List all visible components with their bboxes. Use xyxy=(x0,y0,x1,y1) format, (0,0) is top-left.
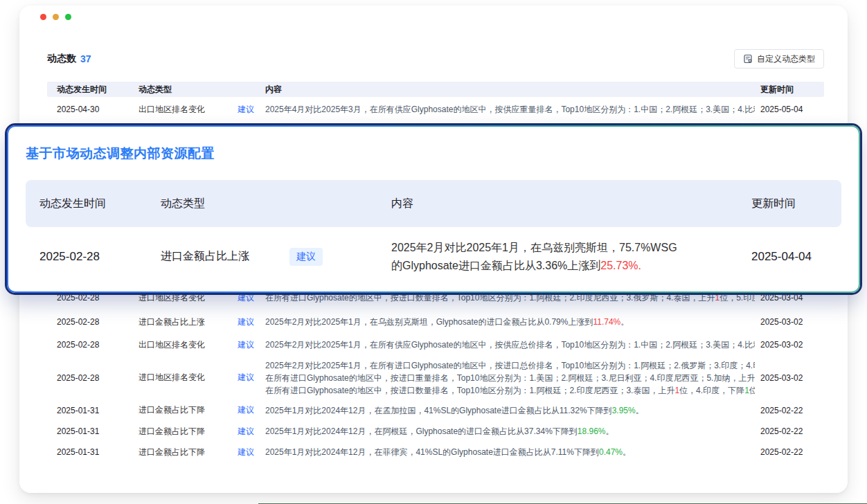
row-content: 2025年2月对比2025年1月，在所有进口Glyphosate的地区中，按进口… xyxy=(260,359,755,397)
row-type-label: 进口地区排名变化 xyxy=(138,372,205,384)
row-type: 进口地区排名变化 建议 xyxy=(135,372,260,384)
advice-link[interactable]: 建议 xyxy=(238,339,254,351)
table-row: 2025-01-31 进口金额占比下降 建议 2025年1月对比2024年12月… xyxy=(47,399,824,421)
advice-link[interactable]: 建议 xyxy=(238,292,254,304)
row-type: 进口金额占比下降 建议 xyxy=(135,447,260,458)
customize-dynamic-type-button[interactable]: 自定义动态类型 xyxy=(734,49,824,69)
row-date: 2025-02-28 xyxy=(47,373,135,383)
callout-row-updated: 2025-04-04 xyxy=(751,250,844,264)
advice-link[interactable]: 建议 xyxy=(238,372,254,384)
header-content: 内容 xyxy=(260,84,755,96)
row-content: 在所有进口Glyphosate的地区中，按进口数量排名，Top10地区分别为：1… xyxy=(260,291,755,304)
advice-link[interactable]: 建议 xyxy=(238,447,254,458)
row-updated: 2025-03-02 xyxy=(755,340,824,350)
table-row: 2025-01-31 进口金额占比下降 建议 2025年1月对比2024年12月… xyxy=(47,421,824,442)
advice-link[interactable]: 建议 xyxy=(238,404,254,416)
row-type: 进口金额占比下降 建议 xyxy=(135,404,260,416)
row-updated: 2025-02-22 xyxy=(755,447,824,457)
row-updated: 2025-02-22 xyxy=(755,426,824,436)
row-date: 2025-02-28 xyxy=(47,340,135,350)
row-updated: 2025-05-04 xyxy=(755,105,824,114)
maximize-window-button[interactable] xyxy=(65,14,71,20)
table-row: 2025-02-28 进口地区排名变化 建议 2025年2月对比2025年1月，… xyxy=(47,356,824,399)
callout-header-date: 动态发生时间 xyxy=(26,197,161,211)
row-content: 2025年2月对比2025年1月，在所有供应Glyphosate的地区中，按供应… xyxy=(260,339,755,351)
callout-row: 2025-02-28 进口金额占比上涨 建议 2025年2月对比2025年1月，… xyxy=(26,227,841,286)
row-date: 2025-02-28 xyxy=(47,293,135,303)
dynamics-count-value: 37 xyxy=(80,53,91,64)
toolbar: 动态数 37 自定义动态类型 xyxy=(47,48,824,69)
callout-title: 基于市场动态调整内部资源配置 xyxy=(26,145,841,163)
table-row: 2025-01-31 进口金额占比下降 建议 2025年1月对比2024年12月… xyxy=(47,442,824,462)
row-type: 进口金额占比上涨 建议 xyxy=(135,316,260,328)
row-type: 出口地区排名变化 建议 xyxy=(135,104,260,116)
callout-table-header: 动态发生时间 动态类型 内容 更新时间 xyxy=(26,180,841,227)
highlight-callout-inner: 基于市场动态调整内部资源配置 动态发生时间 动态类型 内容 更新时间 2025-… xyxy=(8,127,859,291)
table-header: 动态发生时间 动态类型 内容 更新时间 xyxy=(47,82,824,97)
row-content: 2025年1月对比2024年12月，在孟加拉国，41%SL的Glyphosate… xyxy=(260,404,755,417)
row-updated: 2025-03-02 xyxy=(755,373,824,383)
advice-link[interactable]: 建议 xyxy=(238,104,254,116)
row-date: 2025-01-31 xyxy=(47,406,135,415)
row-content: 2025年2月对比2025年1月，在乌兹别克斯坦，Glyphosate的进口金额… xyxy=(260,316,755,328)
row-type-label: 进口地区排名变化 xyxy=(138,292,205,304)
row-type-label: 进口金额占比上涨 xyxy=(138,316,205,328)
customize-dynamic-type-label: 自定义动态类型 xyxy=(757,53,815,65)
row-date: 2025-01-31 xyxy=(47,447,135,457)
row-updated: 2025-03-02 xyxy=(755,317,824,327)
row-type-label: 进口金额占比下降 xyxy=(138,404,205,416)
callout-header-type: 动态类型 xyxy=(161,197,391,211)
callout-advice-badge[interactable]: 建议 xyxy=(289,248,323,266)
advice-link[interactable]: 建议 xyxy=(238,426,254,438)
header-date: 动态发生时间 xyxy=(47,84,135,96)
minimize-window-button[interactable] xyxy=(53,14,59,20)
row-content: 2025年4月对比2025年3月，在所有供应Glyphosate的地区中，按供应… xyxy=(260,103,755,116)
header-updated: 更新时间 xyxy=(755,84,824,96)
table-row: 2025-04-30 出口地区排名变化 建议 2025年4月对比2025年3月，… xyxy=(47,97,824,122)
close-window-button[interactable] xyxy=(40,14,46,20)
row-type-label: 进口金额占比下降 xyxy=(138,426,205,438)
row-type-label: 进口金额占比下降 xyxy=(138,447,205,458)
row-type: 进口金额占比下降 建议 xyxy=(135,426,260,438)
row-type: 出口地区排名变化 建议 xyxy=(135,339,260,351)
row-content: 2025年1月对比2024年12月，在菲律宾，41%SL的Glyphosate进… xyxy=(260,446,755,458)
table-row: 2025-02-28 进口金额占比上涨 建议 2025年2月对比2025年1月，… xyxy=(47,310,824,334)
advice-link[interactable]: 建议 xyxy=(238,316,254,328)
table-row: 2025-02-28 出口地区排名变化 建议 2025年2月对比2025年1月，… xyxy=(47,334,824,356)
row-updated: 2025-02-22 xyxy=(755,406,824,415)
row-type-label: 出口地区排名变化 xyxy=(138,339,205,351)
row-content: 2025年1月对比2024年12月，在阿根廷，Glyphosate的进口金额占比… xyxy=(260,425,755,438)
dynamics-count-label: 动态数 xyxy=(47,53,76,65)
callout-row-date: 2025-02-28 xyxy=(26,250,161,264)
file-gear-icon xyxy=(743,54,753,64)
window-controls xyxy=(40,14,71,20)
callout-header-updated: 更新时间 xyxy=(751,197,844,211)
callout-header-content: 内容 xyxy=(391,197,751,211)
callout-row-type-label: 进口金额占比上涨 xyxy=(161,249,249,264)
callout-row-content: 2025年2月对比2025年1月，在乌兹别亮斯坦，75.7%WSG的Glypho… xyxy=(391,239,751,275)
row-updated: 2025-03-04 xyxy=(755,293,824,303)
callout-row-type: 进口金额占比上涨 建议 xyxy=(161,248,391,266)
dynamics-count: 动态数 37 xyxy=(47,53,91,65)
header-type: 动态类型 xyxy=(135,84,260,96)
row-date: 2025-01-31 xyxy=(47,426,135,436)
row-date: 2025-04-30 xyxy=(47,105,135,114)
highlight-callout-card: 基于市场动态调整内部资源配置 动态发生时间 动态类型 内容 更新时间 2025-… xyxy=(7,125,860,293)
row-type: 进口地区排名变化 建议 xyxy=(135,292,260,304)
row-type-label: 出口地区排名变化 xyxy=(138,104,205,116)
row-date: 2025-02-28 xyxy=(47,317,135,327)
